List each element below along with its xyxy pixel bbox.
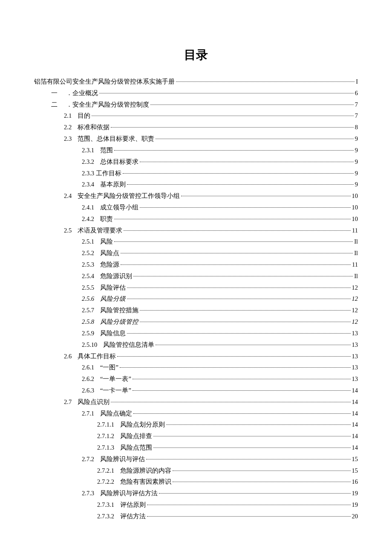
toc-entry-page: 9 (355, 133, 358, 145)
toc-leader-dots (117, 356, 350, 357)
toc-entry: 2.7.1.2风险点排查14 (34, 430, 358, 442)
toc-entry-label: 2.5.2风险点 (82, 247, 119, 259)
toc-entry: 2.7.3.2评估方法20 (34, 511, 358, 522)
toc-entry-number: 2.5.8 (82, 316, 94, 328)
toc-leader-dots (140, 162, 354, 162)
toc-leader-dots (159, 493, 351, 494)
toc-entry-number: 2.5.3 (82, 259, 94, 270)
toc-entry: 2.7.3.1评估原则19 (34, 499, 358, 511)
toc-entry-label: 2.7.2.2危险有害因素辨识 (97, 476, 171, 488)
toc-entry: 2.3范围、总体目标要求、职责9 (34, 133, 358, 145)
toc-entry-label: 2.5.9风险信息 (82, 328, 126, 339)
toc-entry-text: 风险分级管控 (100, 318, 138, 325)
toc-entry-label: 2.4.2职责 (82, 213, 113, 225)
toc-entry: 2.3.1范围9 (34, 145, 358, 156)
toc-entry-number: 2.7 (64, 396, 72, 408)
toc-leader-dots (127, 184, 354, 185)
toc-entry-text: “一图” (100, 364, 118, 371)
toc-entry: 2.6.3“一卡一单”14 (34, 385, 358, 396)
toc-entry-number: 2.5.9 (82, 328, 94, 339)
toc-entry-text: 风险管控措施 (100, 307, 138, 314)
toc-entry: 2.5.6风险分级12 (34, 293, 358, 305)
toc-entry-label: 2.5.3危险源 (82, 259, 119, 270)
toc-entry-text: 目的 (78, 112, 90, 119)
toc-entry-label: 2.4.1成立领导小组 (82, 202, 138, 213)
toc-entry: 2.4.2职责10 (34, 213, 358, 225)
toc-entry-number: 2.7.3.2 (97, 511, 114, 522)
toc-entry-text: 危险有害因素辨识 (120, 478, 171, 485)
toc-entry-number: 2.7.1.2 (97, 430, 114, 442)
toc-entry: 2.1目的7 (34, 110, 358, 122)
toc-entry-label: 2.5.10风险管控信息清单 (82, 339, 154, 351)
toc-entry-number: 2.7.1 (82, 408, 94, 419)
toc-entry-page: 7 (355, 110, 358, 122)
toc-entry-text: 风险辨识与评估 (100, 456, 145, 462)
toc-entry-number: 2.2 (64, 122, 72, 133)
toc-entry-label: 2.7.2.1危险源辨识的内容 (97, 465, 171, 477)
toc-entry-number: 2.3.1 (82, 145, 94, 156)
toc-entry-label: 2.3.2总体目标要求 (82, 156, 138, 168)
toc-entry-page: 9 (355, 179, 358, 190)
toc-entry-text: 标准和依据 (78, 124, 110, 131)
toc-entry-label: 2.7.2风险辨识与评估 (82, 453, 145, 465)
toc-entry-text: “一单一表” (100, 375, 131, 382)
toc-entry: 2.3.3 工作目标9 (34, 168, 358, 179)
toc-entry: 2.5.9风险信息13 (34, 328, 358, 339)
toc-entry-number: 2.7.1.3 (97, 442, 114, 453)
toc-entry-label: 2.7.1.1风险点划分原则 (97, 419, 165, 430)
toc-title: 目录 (34, 47, 358, 63)
toc-entry-number: 二 (51, 99, 58, 110)
toc-entry-text: 评估原则 (120, 501, 146, 508)
toc-entry-page: 14 (352, 419, 358, 430)
toc-entry-label: 2.5.8风险分级管控 (82, 316, 138, 328)
toc-entry-number: 2.7.2 (82, 453, 94, 465)
toc-entry-number: 2.4.1 (82, 202, 94, 213)
toc-entry-label: 2.1目的 (64, 110, 90, 122)
toc-leader-dots (133, 379, 351, 379)
toc-entry-page: 11 (352, 259, 358, 270)
toc-leader-dots (156, 345, 350, 345)
toc-entry: 2.5.5风险评估12 (34, 282, 358, 293)
toc-entry-text: 风险点范围 (120, 444, 152, 451)
toc-entry-number: 2.6.2 (82, 373, 94, 385)
toc-entry: 2.5.10风险管控信息清单13 (34, 339, 358, 351)
toc-entry-text: 成立领导小组 (100, 204, 138, 211)
toc-entry-page: 14 (352, 385, 358, 396)
toc-entry-number: 2.5.2 (82, 247, 94, 259)
toc-entry-text: 风险点识别 (78, 398, 110, 405)
toc-entry-number: 2.7.3.1 (97, 499, 114, 511)
toc-entry: 2.5.2风险点Il (34, 247, 358, 259)
toc-entry: 二．安全生产风险分级管控制度7 (34, 99, 358, 110)
toc-entry-number: 2.3 (64, 133, 72, 145)
toc-entry-text: ．企业概况 (66, 90, 98, 96)
toc-entry-page: 7 (355, 99, 358, 110)
toc-entry-text: 2.3.3 工作目标 (82, 170, 121, 177)
toc-entry-number: 2.5.7 (82, 305, 94, 316)
toc-entry-label: 2.3范围、总体目标要求、职责 (64, 133, 154, 145)
toc-entry-label: 二．安全生产风险分级管控制度 (51, 99, 149, 110)
toc-entry-text: 风险分级 (100, 295, 126, 302)
toc-entry-page: 8 (355, 122, 358, 133)
toc-entry-label: 2.6.1“一图” (82, 362, 118, 373)
toc-leader-dots (127, 288, 351, 288)
toc-entry-page: 15 (352, 465, 358, 477)
toc-entry-page: Il (354, 236, 358, 247)
toc-entry-page: I (356, 76, 358, 87)
toc-entry-text: ．安全生产风险分级管控制度 (66, 101, 149, 108)
toc-entry: 2.3.4基本原则9 (34, 179, 358, 190)
toc-entry-text: 范围 (100, 147, 113, 154)
toc-leader-dots (173, 482, 351, 482)
toc-leader-dots (120, 367, 351, 368)
toc-entry-label: 2.7.3.1评估原则 (97, 499, 146, 511)
toc-entry-label: 2.7.3风险辨识与评估方法 (82, 488, 158, 499)
toc-entry-page: 9 (355, 156, 358, 168)
toc-entry-number: 2.5.6 (82, 293, 94, 305)
toc-entry-number: 2.7.2.1 (97, 465, 114, 477)
toc-entry-number: 2.3.2 (82, 156, 94, 168)
toc-leader-dots (114, 241, 353, 242)
toc-leader-dots (150, 105, 354, 105)
toc-leader-dots (133, 276, 353, 276)
toc-entry: 2.7.1.3风险点范围14 (34, 442, 358, 453)
toc-entry: 一．企业概况6 (34, 87, 358, 99)
toc-entry-page: Il (354, 270, 358, 282)
